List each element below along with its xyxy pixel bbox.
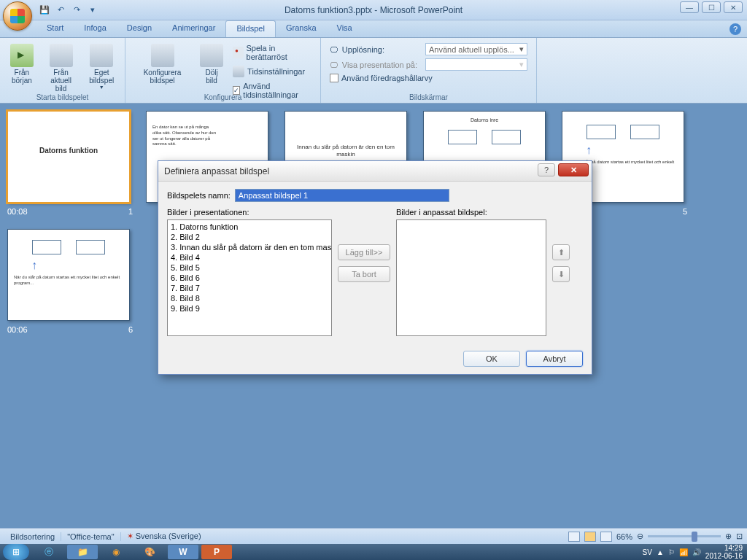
right-list-label: Bilder i anpassat bildspel: [396,208,546,217]
list-item[interactable]: 2. Bild 2 [169,232,330,242]
list-item[interactable]: 1. Datorns funktion [169,222,330,232]
list-item[interactable]: 8. Bild 8 [169,293,330,303]
move-up-button[interactable]: ⬆ [552,244,570,260]
name-label: Bildspelets namn: [167,191,231,200]
dialog-title-text: Definiera anpassat bildspel [164,166,269,176]
move-down-button[interactable]: ⬇ [552,266,570,282]
define-custom-show-dialog: Definiera anpassat bildspel ? ✕ Bildspel… [158,160,592,375]
dialog-close-button[interactable]: ✕ [558,163,589,176]
remove-button[interactable]: Ta bort [338,266,390,282]
list-item[interactable]: 3. Innan du slår på datorn är den en tom… [169,242,330,252]
dialog-overlay: Definiera anpassat bildspel ? ✕ Bildspel… [0,0,747,560]
presentation-slides-listbox[interactable]: 1. Datorns funktion 2. Bild 2 3. Innan d… [167,219,332,336]
list-item[interactable]: 7. Bild 7 [169,283,330,293]
list-item[interactable]: 5. Bild 5 [169,262,330,273]
list-item[interactable]: 9. Bild 9 [169,303,330,314]
ok-button[interactable]: OK [463,351,520,367]
list-item[interactable]: 4. Bild 4 [169,252,330,262]
dialog-help-button[interactable]: ? [538,163,555,176]
list-item[interactable]: 6. Bild 6 [169,273,330,283]
show-name-input[interactable] [235,189,449,202]
custom-show-listbox[interactable] [396,219,546,336]
cancel-button[interactable]: Avbryt [526,351,583,367]
left-list-label: Bilder i presentationen: [167,208,332,217]
dialog-titlebar[interactable]: Definiera anpassat bildspel ? ✕ [158,161,592,182]
add-button[interactable]: Lägg till>> [338,244,390,260]
